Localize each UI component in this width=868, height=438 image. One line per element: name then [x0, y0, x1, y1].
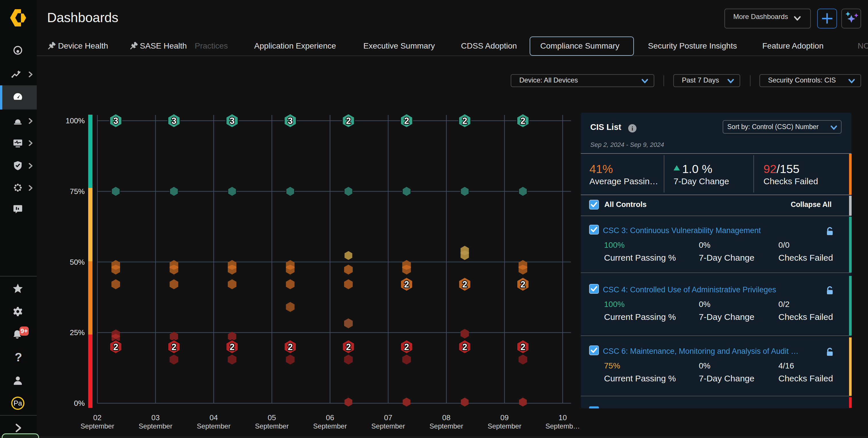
- svg-text:75%: 75%: [70, 187, 85, 196]
- svg-text:50%: 50%: [70, 258, 85, 266]
- svg-text:Septemb…: Septemb…: [546, 422, 580, 430]
- svg-text:2: 2: [521, 279, 525, 289]
- svg-text:September: September: [81, 422, 114, 430]
- svg-text:0%: 0%: [74, 399, 85, 408]
- svg-text:2: 2: [346, 342, 351, 352]
- svg-text:September: September: [429, 422, 463, 430]
- svg-text:September: September: [139, 422, 172, 430]
- svg-text:3: 3: [113, 116, 118, 126]
- svg-text:3: 3: [288, 116, 293, 126]
- svg-text:2: 2: [404, 279, 409, 289]
- svg-text:05: 05: [268, 413, 276, 422]
- svg-text:03: 03: [151, 413, 160, 422]
- svg-text:2: 2: [346, 116, 351, 126]
- svg-text:04: 04: [210, 413, 218, 422]
- svg-text:2: 2: [462, 116, 467, 126]
- svg-text:September: September: [371, 422, 405, 430]
- svg-text:2: 2: [462, 342, 467, 352]
- svg-text:07: 07: [384, 413, 392, 422]
- svg-text:2: 2: [521, 116, 525, 126]
- svg-text:25%: 25%: [70, 328, 85, 337]
- svg-text:September: September: [255, 422, 289, 430]
- svg-text:2: 2: [172, 342, 176, 352]
- svg-text:08: 08: [442, 413, 451, 422]
- svg-text:2: 2: [404, 342, 409, 352]
- svg-text:2: 2: [404, 116, 409, 126]
- svg-text:2: 2: [521, 342, 525, 352]
- svg-text:06: 06: [326, 413, 334, 422]
- svg-text:3: 3: [172, 116, 176, 126]
- svg-text:3: 3: [229, 116, 235, 126]
- svg-text:100%: 100%: [66, 116, 85, 125]
- svg-text:09: 09: [500, 413, 509, 422]
- svg-text:September: September: [488, 422, 521, 430]
- svg-text:September: September: [197, 422, 230, 430]
- svg-text:September: September: [313, 422, 347, 430]
- svg-text:02: 02: [93, 413, 102, 422]
- svg-text:10: 10: [559, 413, 567, 422]
- svg-text:2: 2: [462, 279, 467, 289]
- svg-text:2: 2: [229, 342, 235, 352]
- svg-text:2: 2: [288, 342, 293, 352]
- svg-text:2: 2: [113, 342, 118, 352]
